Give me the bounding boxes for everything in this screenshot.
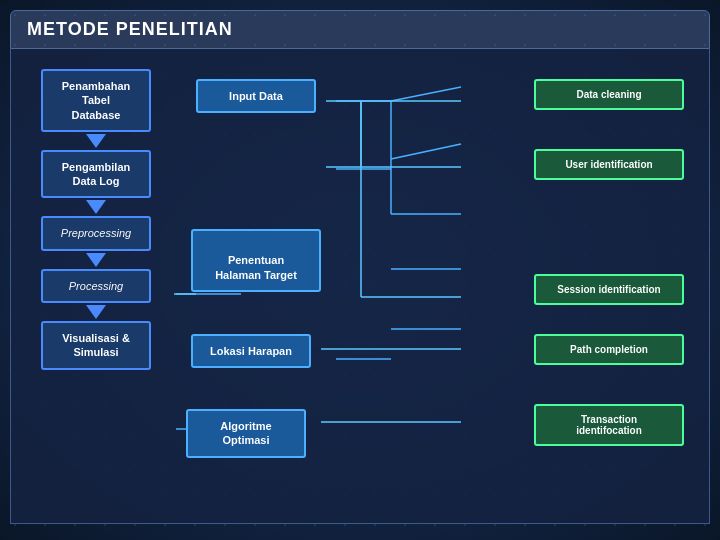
transaction-identification-box: Transaction identifocation — [534, 404, 684, 446]
user-identification-box: User identification — [534, 149, 684, 180]
algoritme-box: Algoritme Optimasi — [186, 409, 306, 458]
data-cleaning-box: Data cleaning — [534, 79, 684, 110]
path-completion-box: Path completion — [534, 334, 684, 365]
arrow-4 — [86, 305, 106, 319]
input-data-box: Input Data — [196, 79, 316, 113]
visualisasi-box: Visualisasi & Simulasi — [41, 321, 151, 370]
penambahan-tabel-box: Penambahan Tabel Database — [41, 69, 151, 132]
left-column: Penambahan Tabel Database Pengambilan Da… — [41, 69, 151, 370]
session-identification-box: Session identification — [534, 274, 684, 305]
arrow-1 — [86, 134, 106, 148]
preprocessing-box: Preprocessing — [41, 216, 151, 250]
svg-line-3 — [391, 144, 461, 159]
page-wrapper: METODE PENELITIAN Pe — [0, 0, 720, 540]
pengambilan-data-box: Pengambilan Data Log — [41, 150, 151, 199]
lokasi-harapan-box: Lokasi Harapan — [191, 334, 311, 368]
svg-line-2 — [391, 87, 461, 101]
arrow-3 — [86, 253, 106, 267]
processing-box: Processing — [41, 269, 151, 303]
title-bar: METODE PENELITIAN — [10, 10, 710, 49]
arrow-2 — [86, 200, 106, 214]
page-title: METODE PENELITIAN — [27, 19, 233, 39]
main-content: Penambahan Tabel Database Pengambilan Da… — [10, 49, 710, 524]
penentuan-box: Penentuan Halaman Target — [191, 229, 321, 292]
